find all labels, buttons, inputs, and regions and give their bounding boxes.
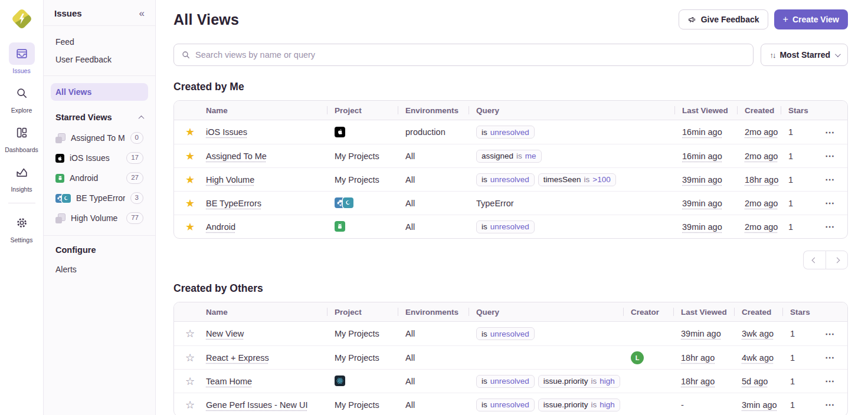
query-chip: isunresolved <box>476 220 535 233</box>
nav-rail-item-issues[interactable]: Issues <box>3 42 41 74</box>
created-value: 2mo ago <box>745 151 778 161</box>
query-chip: isunresolved <box>476 375 535 388</box>
column-header-query: Query <box>476 106 682 115</box>
row-actions-menu[interactable]: ⋯ <box>825 197 835 209</box>
view-name-link[interactable]: High Volume <box>206 175 254 185</box>
row-actions-menu[interactable]: ⋯ <box>825 221 835 232</box>
star-toggle[interactable]: ★ <box>185 126 195 139</box>
row-actions-menu[interactable]: ⋯ <box>825 174 835 185</box>
sentry-logo[interactable] <box>10 7 34 31</box>
view-name-link[interactable]: New View <box>206 329 244 338</box>
star-toggle[interactable]: ☆ <box>185 398 195 411</box>
view-name-link[interactable]: Assigned To Me <box>206 151 267 161</box>
row-actions-menu[interactable]: ⋯ <box>825 376 835 387</box>
view-name-link[interactable]: Team Home <box>206 377 252 386</box>
view-name-link[interactable]: BE TypeErrors <box>206 199 261 208</box>
next-page-button[interactable] <box>826 251 848 269</box>
column-header-stars: Stars <box>788 106 823 115</box>
created-by-others-table: Name Project Environments Query Creator … <box>173 302 848 415</box>
create-view-button[interactable]: + Create View <box>774 9 848 29</box>
sidebar-item-all-views[interactable]: All Views <box>51 83 148 101</box>
search-icon <box>181 50 191 60</box>
creator-avatar: L <box>631 351 644 364</box>
environments-value: All <box>405 400 476 410</box>
nav-rail-label: Dashboards <box>5 146 38 153</box>
starred-view-item[interactable]: BE TypeErrors 3 <box>51 188 148 208</box>
column-header-stars: Stars <box>790 308 823 317</box>
last-viewed-value: 39min ago <box>682 199 722 208</box>
view-name-link[interactable]: iOS Issues <box>206 127 247 137</box>
starred-view-item[interactable]: iOS Issues 17 <box>51 148 148 168</box>
nav-rail-label: Settings <box>11 236 33 243</box>
previous-page-button[interactable] <box>803 251 826 269</box>
sidebar-title: Issues <box>54 8 82 18</box>
count-badge: 27 <box>126 172 143 184</box>
count-badge: 17 <box>126 152 143 164</box>
plus-icon: + <box>783 15 788 24</box>
view-name-link[interactable]: Gene Perf Issues - New UI <box>206 400 307 410</box>
last-viewed-value: 16min ago <box>682 127 722 137</box>
nav-rail-item-explore[interactable]: Explore <box>3 82 41 114</box>
star-toggle[interactable]: ☆ <box>185 327 195 340</box>
settings-gear-icon <box>9 212 35 234</box>
view-name-link[interactable]: React + Express <box>206 353 269 363</box>
view-name-link[interactable]: Android <box>206 222 235 232</box>
column-header-query: Query <box>476 308 631 317</box>
stars-count: 1 <box>788 199 823 208</box>
query-chip: isunresolved <box>476 126 535 139</box>
apple-icon <box>55 154 64 163</box>
sort-dropdown[interactable]: ↑↓ Most Starred <box>761 44 848 66</box>
star-toggle[interactable]: ☆ <box>185 351 195 364</box>
created-value: 2mo ago <box>745 127 778 137</box>
star-toggle[interactable]: ☆ <box>185 375 195 388</box>
chevron-up-icon <box>139 115 145 121</box>
project-value: My Projects <box>335 151 405 161</box>
environments-value: All <box>405 329 476 338</box>
starred-view-item[interactable]: Android 27 <box>51 168 148 188</box>
starred-view-item[interactable]: Assigned To Me 0 <box>51 128 148 148</box>
environments-value: All <box>405 175 476 185</box>
rail-divider <box>8 203 35 203</box>
row-actions-menu[interactable]: ⋯ <box>825 352 835 363</box>
android-icon <box>55 174 64 183</box>
query-plain-text: TypeError <box>476 199 514 208</box>
starred-views-header[interactable]: Starred Views <box>51 110 148 124</box>
nav-rail-item-dashboards[interactable]: Dashboards <box>3 121 41 153</box>
logo-bolt-icon <box>17 12 27 25</box>
star-toggle[interactable]: ★ <box>185 197 195 210</box>
star-toggle[interactable]: ★ <box>185 173 195 186</box>
issues-icon <box>9 42 35 65</box>
sidebar-item-alerts[interactable]: Alerts <box>51 261 148 278</box>
app-root: Issues Explore Dashboards <box>0 0 868 415</box>
stars-count: 1 <box>788 151 823 161</box>
column-header-project: Project <box>335 106 405 115</box>
row-actions-menu[interactable]: ⋯ <box>825 328 835 340</box>
table-row: ☆ Gene Perf Issues - New UI My Projects … <box>174 393 847 415</box>
column-header-created: Created <box>745 106 788 115</box>
count-badge: 77 <box>126 212 143 224</box>
star-toggle[interactable]: ★ <box>185 150 195 163</box>
stars-count: 1 <box>788 175 823 185</box>
query-cell: isunresolved <box>476 126 682 139</box>
sidebar-item-feed[interactable]: Feed <box>51 33 148 51</box>
query-cell: isunresolved <box>476 327 631 340</box>
search-views-box <box>173 44 754 66</box>
apple-icon <box>335 127 345 137</box>
search-views-input[interactable] <box>195 50 746 60</box>
collapse-sidebar-icon[interactable]: « <box>139 8 145 18</box>
row-actions-menu[interactable]: ⋯ <box>825 127 835 138</box>
nav-rail-item-insights[interactable]: Insights <box>3 161 41 193</box>
give-feedback-button[interactable]: Give Feedback <box>679 9 768 29</box>
row-actions-menu[interactable]: ⋯ <box>825 150 835 162</box>
created-value: 5d ago <box>742 377 768 386</box>
table-row: ☆ New View My Projects All isunresolved … <box>174 322 847 345</box>
environments-value: All <box>405 151 476 161</box>
star-toggle[interactable]: ★ <box>185 220 195 233</box>
starred-view-item[interactable]: High Volume 77 <box>51 208 148 228</box>
row-actions-menu[interactable]: ⋯ <box>825 399 835 410</box>
query-chip: issue.priorityishigh <box>538 375 620 388</box>
created-value: 3wk ago <box>742 329 774 338</box>
sidebar-item-user-feedback[interactable]: User Feedback <box>51 51 148 68</box>
table-row: ★ iOS Issues production isunresolved 16m… <box>174 120 847 144</box>
nav-rail-item-settings[interactable]: Settings <box>3 212 41 243</box>
